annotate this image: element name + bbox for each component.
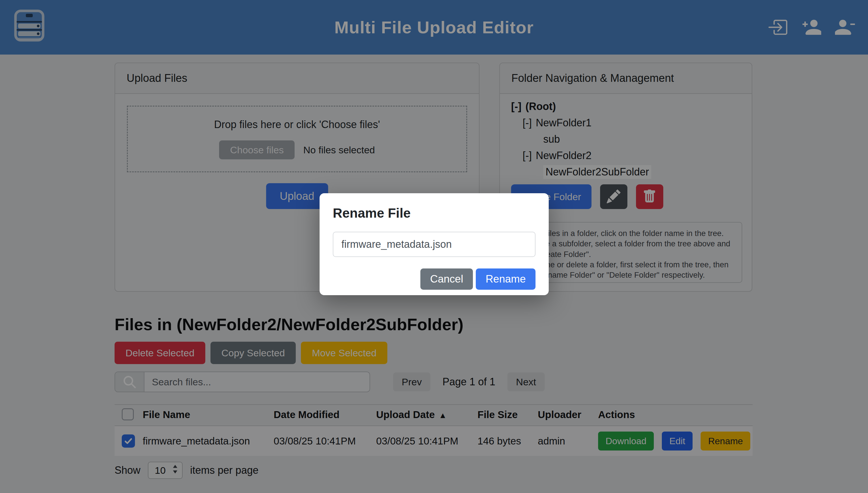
rename-confirm-button[interactable]: Rename — [476, 269, 536, 290]
modal-action-buttons: Cancel Rename — [333, 269, 536, 290]
cancel-button[interactable]: Cancel — [420, 269, 473, 290]
modal-title: Rename File — [333, 205, 536, 221]
rename-file-modal: Rename File Cancel Rename — [320, 193, 549, 295]
rename-filename-input[interactable] — [333, 232, 536, 257]
